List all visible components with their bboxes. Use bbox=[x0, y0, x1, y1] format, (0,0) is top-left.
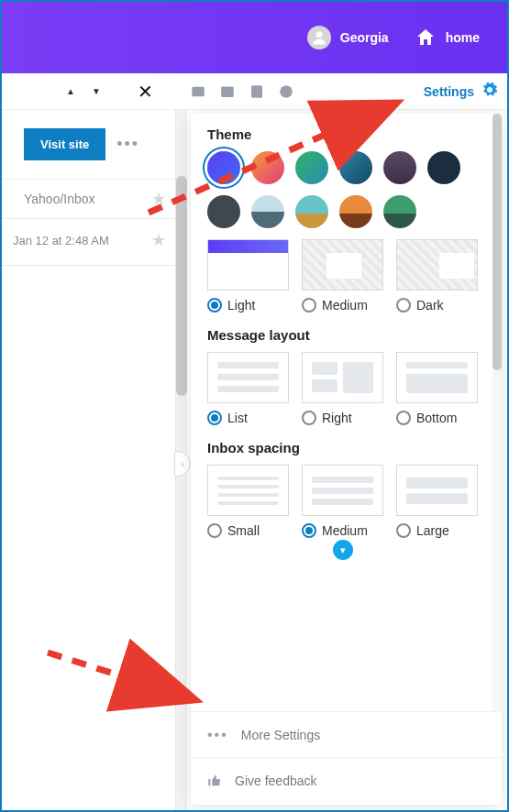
folder-row[interactable]: Yahoo/Inbox ★ bbox=[2, 179, 175, 218]
layout-card-right[interactable] bbox=[302, 352, 383, 403]
left-scrollbar[interactable]: › bbox=[176, 110, 187, 810]
density-card-light[interactable] bbox=[207, 239, 289, 291]
layout-radio-list[interactable]: List bbox=[207, 411, 289, 425]
message-time: Jan 12 at 2:48 AM bbox=[13, 234, 109, 247]
more-icon: ••• bbox=[207, 727, 228, 743]
thumb-up-icon bbox=[207, 774, 222, 788]
theme-swatch-beach[interactable] bbox=[295, 195, 328, 228]
message-row[interactable]: Jan 12 at 2:48 AM ★ bbox=[2, 218, 175, 266]
layout-radio-bottom[interactable]: Bottom bbox=[396, 411, 478, 425]
scrollbar-thumb[interactable] bbox=[176, 176, 187, 396]
star-icon[interactable]: ★ bbox=[151, 189, 166, 209]
expand-pane-icon[interactable]: › bbox=[174, 451, 191, 477]
calendar-icon[interactable] bbox=[219, 83, 236, 100]
left-pane: Visit site ••• Yahoo/Inbox ★ Jan 12 at 2… bbox=[2, 110, 176, 810]
help-icon[interactable] bbox=[278, 83, 294, 100]
layout-section: Message layout List Right Bottom bbox=[207, 327, 478, 425]
theme-swatch-green[interactable] bbox=[295, 151, 328, 184]
star-icon[interactable]: ★ bbox=[151, 230, 166, 250]
caret-up-icon[interactable]: ▲ bbox=[66, 86, 75, 96]
theme-radio-dark[interactable]: Dark bbox=[396, 298, 478, 313]
theme-swatch-purple[interactable] bbox=[207, 151, 240, 184]
app-header: Georgia home bbox=[2, 2, 507, 73]
settings-button[interactable]: Settings bbox=[424, 82, 498, 101]
user-name: Georgia bbox=[340, 30, 389, 45]
visit-site-button[interactable]: Visit site bbox=[24, 128, 105, 160]
scrollbar-thumb[interactable] bbox=[492, 114, 502, 370]
avatar-icon bbox=[307, 26, 331, 49]
density-card-dark[interactable] bbox=[396, 239, 478, 291]
contact-card-icon[interactable] bbox=[190, 83, 206, 100]
layout-radio-right[interactable]: Right bbox=[302, 411, 383, 425]
theme-radio-light[interactable]: Light bbox=[207, 298, 289, 313]
spacing-title: Inbox spacing bbox=[207, 440, 478, 455]
theme-swatch-sunset[interactable] bbox=[251, 151, 284, 184]
theme-section: Theme Light Medium bbox=[207, 126, 478, 313]
more-icon[interactable]: ••• bbox=[116, 135, 139, 154]
notepad-icon[interactable] bbox=[249, 83, 265, 100]
scroll-down-icon[interactable]: ▾ bbox=[333, 540, 353, 560]
spacing-card-medium[interactable] bbox=[302, 465, 383, 516]
spacing-section: Inbox spacing Small Medium Large ▾ bbox=[207, 440, 478, 560]
layout-card-bottom[interactable] bbox=[396, 352, 478, 403]
theme-swatch-plum[interactable] bbox=[383, 151, 416, 184]
spacing-radio-large[interactable]: Large bbox=[396, 523, 478, 538]
toolbar: ▲ ▼ ✕ Settings bbox=[2, 73, 507, 110]
spacing-radio-small[interactable]: Small bbox=[207, 523, 289, 538]
svg-point-5 bbox=[280, 85, 293, 98]
svg-point-0 bbox=[315, 31, 322, 38]
more-settings-label: More Settings bbox=[241, 728, 320, 742]
spacing-radio-medium[interactable]: Medium bbox=[302, 523, 383, 538]
theme-swatch-mountains[interactable] bbox=[251, 195, 284, 228]
theme-radio-medium[interactable]: Medium bbox=[302, 298, 383, 313]
layout-card-list[interactable] bbox=[207, 352, 289, 403]
theme-swatch-desert[interactable] bbox=[339, 195, 372, 228]
svg-rect-1 bbox=[192, 86, 205, 96]
density-card-medium[interactable] bbox=[302, 239, 383, 291]
theme-swatch-charcoal[interactable] bbox=[207, 195, 240, 228]
settings-panel: Theme Light Medium bbox=[191, 114, 502, 805]
theme-swatch-navy[interactable] bbox=[427, 151, 460, 184]
theme-swatch-ocean[interactable] bbox=[339, 151, 372, 184]
feedback-link[interactable]: Give feedback bbox=[191, 758, 502, 804]
spacing-card-small[interactable] bbox=[207, 465, 289, 516]
home-link[interactable]: home bbox=[415, 27, 480, 49]
layout-title: Message layout bbox=[207, 327, 478, 343]
more-settings-link[interactable]: ••• More Settings bbox=[191, 712, 502, 758]
svg-rect-4 bbox=[251, 85, 262, 98]
svg-rect-3 bbox=[221, 86, 234, 89]
home-label: home bbox=[446, 30, 480, 45]
theme-title: Theme bbox=[207, 126, 478, 142]
panel-footer: ••• More Settings Give feedback bbox=[191, 711, 502, 805]
theme-swatch-hills[interactable] bbox=[383, 195, 416, 228]
caret-down-icon[interactable]: ▼ bbox=[92, 86, 101, 96]
spacing-card-large[interactable] bbox=[396, 465, 478, 516]
home-icon bbox=[415, 27, 437, 49]
panel-scrollbar[interactable] bbox=[492, 114, 502, 711]
gear-icon bbox=[481, 82, 498, 101]
feedback-label: Give feedback bbox=[235, 774, 317, 788]
user-menu[interactable]: Georgia bbox=[307, 26, 389, 49]
close-icon[interactable]: ✕ bbox=[138, 81, 153, 103]
settings-label: Settings bbox=[424, 84, 474, 99]
folder-label: Yahoo/Inbox bbox=[24, 192, 95, 206]
